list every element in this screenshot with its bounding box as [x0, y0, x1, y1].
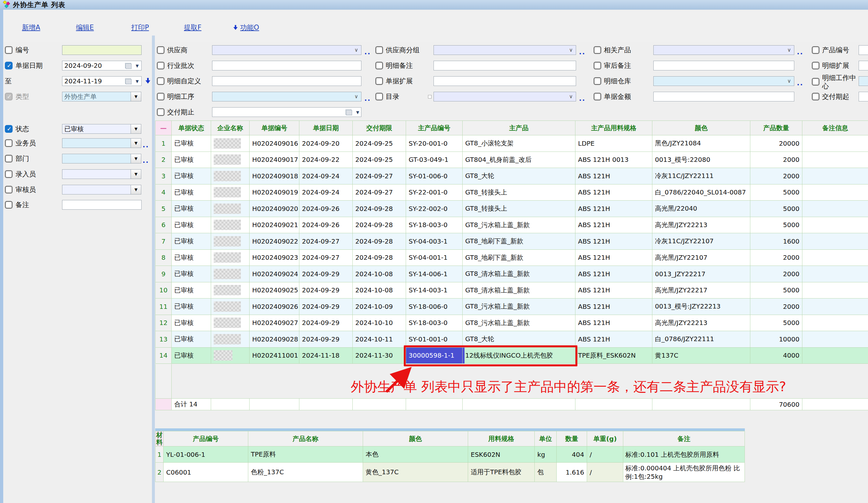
header-code[interactable]: 主产品编号	[406, 121, 463, 135]
auditor-dropdown-button[interactable]: ▼	[131, 185, 141, 195]
cell-order-no[interactable]: H0202409018	[250, 168, 299, 185]
cell-spec[interactable]: ABS 121H	[576, 298, 652, 315]
detail-extend-input[interactable]	[859, 61, 868, 71]
expand-down-arrow-icon[interactable]	[145, 78, 150, 84]
cell-qty[interactable]: 4000	[750, 347, 802, 364]
cell-company[interactable]	[211, 184, 250, 201]
cell-remark[interactable]	[802, 282, 868, 298]
checkbox-delivery-end[interactable]	[157, 108, 165, 116]
checkbox-post-audit-remark[interactable]	[593, 62, 601, 70]
cell-date[interactable]: 2024-09-29	[299, 282, 353, 298]
cell-order-no[interactable]: H0202409025	[250, 282, 299, 298]
cell-code[interactable]: SY-20-001-0	[406, 135, 463, 152]
cell-due[interactable]: 2024-09-28	[353, 217, 406, 233]
cell-company[interactable]	[211, 201, 250, 217]
header-status[interactable]: 单据状态	[172, 121, 211, 135]
calendar-icon[interactable]	[125, 63, 132, 69]
header-material-name[interactable]: 产品名称	[248, 431, 363, 447]
order-row[interactable]: 11 已审核 H0202409026 2024-09-29 2024-10-09…	[155, 298, 868, 315]
cell-material-unit-weight[interactable]: /	[587, 463, 623, 482]
cell-material-name[interactable]: 色粉_137C	[248, 463, 363, 482]
cell-status[interactable]: 已审核	[172, 298, 211, 315]
cell-due[interactable]: 2024-10-09	[353, 298, 406, 315]
supplier-group-select[interactable]: ∨	[434, 45, 576, 55]
cell-code[interactable]: SY-18-003-0	[406, 315, 463, 331]
order-row[interactable]: 4 已审核 H0202409019 2024-09-24 2024-09-27 …	[155, 184, 868, 201]
cell-material-remark[interactable]: 标准:0.000404 上机壳包胶所用色粉 比例:1包:25kg	[623, 463, 745, 482]
cell-spec[interactable]: ABS 121H	[576, 266, 652, 282]
cell-due[interactable]: 2024-09-25	[353, 151, 406, 168]
cell-spec[interactable]: ABS 121H	[576, 282, 652, 298]
cell-code[interactable]: SY-01-006-0	[406, 168, 463, 185]
cell-status[interactable]: 已审核	[172, 347, 211, 364]
number-input[interactable]	[62, 45, 142, 55]
checkbox-salesman[interactable]	[5, 139, 13, 147]
cell-code[interactable]: SY-04-003-1	[406, 233, 463, 250]
checkbox-detail-custom[interactable]	[157, 77, 165, 85]
cell-product[interactable]: GT8_清水箱上盖_新款	[463, 282, 576, 298]
functions-button[interactable]: 功能O	[240, 23, 259, 32]
cell-material-code[interactable]: C06001	[164, 463, 248, 482]
cell-qty[interactable]: 2000	[750, 266, 802, 282]
cell-code[interactable]: GT-03-049-1	[406, 151, 463, 168]
cell-due[interactable]: 2024-10-08	[353, 282, 406, 298]
cell-qty[interactable]: 5000	[750, 184, 802, 201]
cell-order-no[interactable]: H0202409022	[250, 233, 299, 250]
to-date-dropdown-icon[interactable]: ▼	[136, 76, 139, 86]
material-row[interactable]: 2 C06001 色粉_137C 黄色_137C 适用于TPE料包胶 包 1.6…	[155, 463, 745, 482]
delivery-end-input[interactable]: ▼	[212, 107, 361, 117]
checkbox-detail-process[interactable]	[157, 93, 165, 101]
cell-company[interactable]	[211, 249, 250, 266]
cell-product[interactable]: GT8_清水箱上盖_新款	[463, 266, 576, 282]
doc-extend-input[interactable]	[434, 76, 576, 86]
detail-warehouse-select[interactable]: ∨	[653, 76, 794, 86]
cell-qty[interactable]: 2000	[750, 298, 802, 315]
cell-due[interactable]: 2024-09-28	[353, 249, 406, 266]
cell-company[interactable]	[211, 347, 250, 364]
cell-date[interactable]: 2024-09-26	[299, 217, 353, 233]
cell-qty[interactable]: 5000	[750, 201, 802, 217]
cell-date[interactable]: 2024-11-18	[299, 347, 353, 364]
cell-due[interactable]: 2024-09-28	[353, 201, 406, 217]
cell-order-no[interactable]: H0202409024	[250, 266, 299, 282]
cell-product[interactable]: GT8_地刷下盖_新款	[463, 233, 576, 250]
product-code-input[interactable]	[859, 45, 868, 55]
cell-qty[interactable]: 10000	[750, 331, 802, 348]
cell-company[interactable]	[211, 233, 250, 250]
status-select[interactable]: 已审核	[62, 124, 131, 134]
detail-warehouse-more-button[interactable]: ..	[797, 78, 803, 88]
header-product[interactable]: 主产品	[463, 121, 576, 135]
to-date-input[interactable]: 2024-11-19 ▼	[62, 76, 142, 86]
cell-product[interactable]: GT8_转接头上	[463, 184, 576, 201]
cell-remark[interactable]	[802, 315, 868, 331]
checkbox-number[interactable]	[5, 46, 13, 54]
supplier-select[interactable]: ∨	[212, 45, 361, 55]
cell-status[interactable]: 已审核	[172, 266, 211, 282]
checkbox-detail-work-center[interactable]	[812, 78, 819, 86]
header-company[interactable]: 企业名称	[211, 121, 250, 135]
doc-date-input[interactable]: 2024-09-20 ▼	[62, 61, 142, 71]
department-dropdown-button[interactable]: ▼	[131, 154, 141, 164]
cell-status[interactable]: 已审核	[172, 151, 211, 168]
order-row[interactable]: 7 已审核 H0202409022 2024-09-27 2024-09-28 …	[155, 233, 868, 250]
cell-order-no[interactable]: H0202409028	[250, 331, 299, 348]
cell-due[interactable]: 2024-09-27	[353, 184, 406, 201]
header-material-code[interactable]: 产品编号	[164, 431, 248, 447]
cell-material-spec[interactable]: 适用于TPE料包胶	[468, 463, 535, 482]
catalog-more-button[interactable]: ..	[579, 94, 586, 103]
cell-color[interactable]: 高光黑/JZY22213	[652, 315, 750, 331]
cell-remark[interactable]	[802, 298, 868, 315]
status-dropdown-button[interactable]: ▼	[131, 124, 141, 134]
cell-date[interactable]: 2024-09-22	[299, 151, 353, 168]
checkbox-remark[interactable]	[5, 201, 13, 209]
cell-spec[interactable]: ABS 121H	[576, 184, 652, 201]
header-material-color[interactable]: 颜色	[363, 431, 468, 447]
related-product-select[interactable]: ∨	[653, 45, 794, 55]
cell-color[interactable]: 冷灰11C/JZY22107	[652, 233, 750, 250]
cell-due[interactable]: 2024-09-27	[353, 168, 406, 185]
cell-remark[interactable]	[802, 266, 868, 282]
header-qty[interactable]: 产品数量	[750, 121, 802, 135]
cell-code[interactable]: SY-14-003-1	[406, 282, 463, 298]
cell-spec[interactable]: LDPE	[576, 135, 652, 152]
checkbox-auditor[interactable]	[5, 186, 13, 193]
